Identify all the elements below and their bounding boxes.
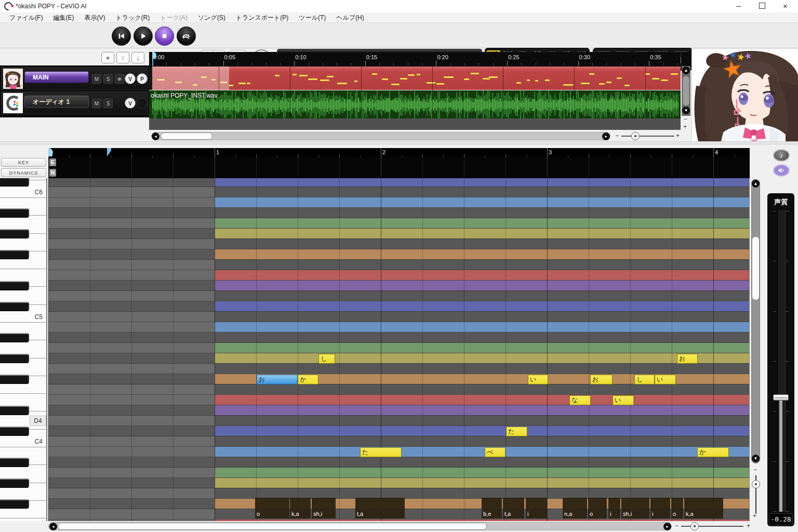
pitch-row[interactable] bbox=[48, 405, 750, 416]
phoneme-block[interactable]: o bbox=[255, 498, 289, 518]
note-か-B3[interactable]: か bbox=[697, 447, 729, 457]
monitor-button[interactable] bbox=[773, 164, 790, 177]
zoom-in-button[interactable]: + bbox=[683, 123, 687, 130]
zoom-slider[interactable] bbox=[621, 136, 674, 137]
phoneme-block[interactable]: o bbox=[671, 498, 683, 518]
pitch-row[interactable] bbox=[48, 395, 750, 405]
key-row-button[interactable]: KEY bbox=[1, 158, 46, 167]
black-key[interactable] bbox=[0, 333, 29, 342]
pitch-row[interactable] bbox=[48, 281, 750, 291]
track-name-2[interactable]: オーディオ 1 bbox=[24, 96, 89, 108]
track-row-MAIN[interactable]: MAINMS❄VP bbox=[1, 67, 148, 90]
black-key[interactable] bbox=[0, 229, 29, 238]
pitch-row[interactable] bbox=[48, 520, 750, 521]
black-key[interactable] bbox=[0, 281, 29, 290]
audio-track-lane[interactable]: okashi POPY_INST.wav bbox=[149, 90, 681, 118]
close-button[interactable]: × bbox=[774, 0, 797, 12]
menu-item-3[interactable]: 表示(V) bbox=[79, 12, 110, 22]
scroll-up-button[interactable]: ▲ bbox=[682, 66, 690, 74]
black-key[interactable] bbox=[0, 302, 29, 311]
track-button-S[interactable]: S bbox=[103, 99, 113, 108]
note-お-F#4[interactable]: お bbox=[590, 375, 613, 384]
track-button-M[interactable]: M bbox=[92, 74, 101, 84]
loop-button[interactable] bbox=[177, 26, 196, 46]
menu-item-5[interactable]: トーク(A) bbox=[155, 12, 193, 22]
scroll-thumb[interactable] bbox=[683, 76, 689, 106]
scroll-down-button[interactable]: ▼ bbox=[752, 455, 760, 462]
menu-item-6[interactable]: ソング(S) bbox=[193, 12, 231, 22]
scroll-thumb[interactable] bbox=[752, 236, 760, 300]
phoneme-block[interactable]: i bbox=[650, 498, 670, 518]
track-row-オーディオ 1[interactable]: オーディオ 1MSV bbox=[1, 91, 148, 114]
zoom-out-button[interactable]: − bbox=[675, 522, 679, 529]
scroll-left-button[interactable]: ◂ bbox=[49, 523, 57, 530]
black-key[interactable] bbox=[0, 208, 29, 218]
scroll-thumb[interactable] bbox=[58, 523, 487, 530]
note-お-G#4[interactable]: お bbox=[677, 354, 698, 364]
track-circle-empty[interactable] bbox=[137, 98, 148, 109]
phoneme-block[interactable]: i bbox=[608, 498, 620, 518]
song-track-lane[interactable] bbox=[149, 66, 681, 90]
scroll-down-button[interactable]: ▼ bbox=[682, 107, 690, 114]
pitch-row[interactable] bbox=[48, 416, 750, 426]
pianoroll-grid[interactable]: ok,ash,it,ab,et,ain,aoish,iiok,aおかしたべたいな… bbox=[48, 178, 750, 521]
pitch-row[interactable] bbox=[48, 457, 750, 468]
phoneme-block[interactable]: n,a bbox=[563, 498, 587, 518]
scroll-left-button[interactable]: ◂ bbox=[152, 132, 159, 140]
pitch-row[interactable] bbox=[48, 270, 750, 281]
pitch-row[interactable] bbox=[48, 178, 750, 187]
pitch-row[interactable] bbox=[48, 322, 750, 332]
phoneme-block[interactable]: b,e bbox=[482, 498, 502, 518]
scroll-up-button[interactable]: ▲ bbox=[752, 180, 760, 188]
pane-splitter[interactable] bbox=[0, 141, 798, 144]
zoom-slider-knob[interactable] bbox=[752, 480, 760, 488]
song-mode-button[interactable]: ♪ bbox=[773, 149, 790, 162]
black-key[interactable] bbox=[0, 458, 29, 467]
note-な-E4[interactable]: な bbox=[569, 395, 591, 405]
play-button[interactable] bbox=[134, 26, 153, 46]
black-key[interactable] bbox=[0, 478, 29, 488]
playback-start-flag[interactable] bbox=[48, 148, 52, 156]
zoom-in-button[interactable]: + bbox=[753, 512, 756, 520]
black-key[interactable] bbox=[0, 178, 29, 187]
pitch-row[interactable] bbox=[48, 208, 750, 218]
menu-item-4[interactable]: トラック(R) bbox=[110, 12, 155, 22]
pianoroll-measure-ruler[interactable]: 01234 bbox=[48, 148, 750, 157]
track-button-M[interactable]: M bbox=[92, 99, 101, 108]
pitch-row[interactable] bbox=[48, 468, 750, 478]
pitch-row[interactable] bbox=[48, 353, 750, 364]
phoneme-block[interactable]: k,a bbox=[684, 498, 723, 518]
pitch-row[interactable] bbox=[48, 218, 750, 229]
black-key[interactable] bbox=[0, 375, 29, 384]
menu-item-9[interactable]: ヘルプ(H) bbox=[331, 12, 369, 22]
note-し-G#4[interactable]: し bbox=[318, 354, 335, 364]
voice-quality-slider-thumb[interactable] bbox=[773, 394, 789, 401]
menu-item-2[interactable]: 編集(E) bbox=[48, 12, 79, 22]
black-key[interactable] bbox=[0, 250, 29, 259]
song-clip[interactable] bbox=[152, 66, 681, 90]
pitch-row[interactable] bbox=[48, 488, 750, 499]
scroll-right-button[interactable]: ▸ bbox=[663, 523, 671, 530]
pitch-row[interactable] bbox=[48, 249, 750, 260]
minimize-button[interactable]: ─ bbox=[727, 0, 750, 12]
track-name-1[interactable]: MAIN bbox=[24, 71, 89, 83]
add-track-button[interactable]: + bbox=[101, 52, 114, 63]
pitch-row[interactable] bbox=[48, 291, 750, 301]
move-track-down-button[interactable]: ↓ bbox=[131, 52, 144, 63]
zoom-out-button[interactable]: − bbox=[753, 466, 757, 473]
note-し-F#4[interactable]: し bbox=[634, 375, 655, 384]
note-い-F#4[interactable]: い bbox=[655, 375, 676, 384]
phoneme-block[interactable]: i bbox=[526, 498, 547, 518]
note-い-F#4[interactable]: い bbox=[528, 375, 548, 384]
black-key[interactable] bbox=[0, 427, 29, 436]
pitch-row[interactable] bbox=[48, 343, 750, 353]
note-た-C#4[interactable]: た bbox=[506, 427, 527, 436]
track-circle-P[interactable]: P bbox=[137, 73, 148, 84]
phoneme-block[interactable]: sh,i bbox=[312, 498, 336, 518]
zoom-slider-knob[interactable] bbox=[631, 132, 640, 140]
pitch-row[interactable] bbox=[48, 229, 750, 239]
track-circle-V[interactable]: V bbox=[125, 73, 136, 84]
note-か-F#4[interactable]: か bbox=[298, 375, 318, 384]
pitch-row[interactable] bbox=[48, 239, 750, 249]
zoom-in-button[interactable]: + bbox=[676, 132, 680, 139]
